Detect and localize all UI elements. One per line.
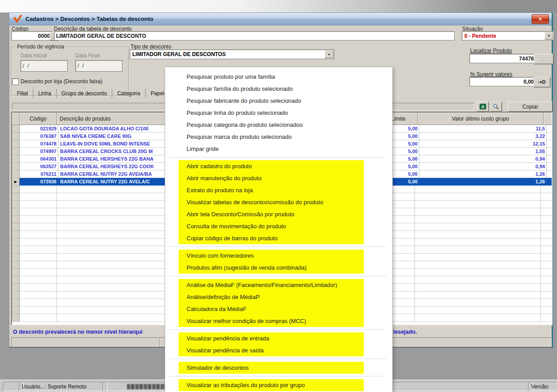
cell-custo[interactable]: 1,55 (419, 148, 547, 155)
row-indicator (12, 133, 20, 140)
empty-cell (541, 186, 553, 193)
menu-item[interactable]: Visualizar tabelas de descontos\comissão… (179, 196, 364, 208)
sugerir-apply-button[interactable]: ➔D (533, 77, 550, 87)
row-indicator (12, 261, 20, 269)
empty-cell (415, 238, 541, 246)
row-indicator (12, 163, 20, 170)
header-custo[interactable]: Valor último custo grupo (418, 113, 544, 125)
menu-item[interactable]: Visualizar pendência de saída (179, 344, 364, 356)
empty-cell (415, 223, 541, 231)
empty-cell (541, 201, 553, 208)
empty-cell (541, 291, 553, 299)
versao-text: Versão: (531, 384, 549, 390)
tab-linha[interactable]: Linha (33, 89, 57, 98)
menu-item[interactable]: Abrir manutenção do produto (179, 172, 364, 184)
empty-cell (541, 314, 553, 322)
menu-item[interactable]: Visualizar pendência de entrada (179, 332, 364, 344)
menu-item[interactable]: Simulador de descontos (179, 362, 364, 374)
menu-item[interactable]: Copiar código de barras do produto (179, 232, 364, 244)
empty-cell (415, 254, 541, 261)
sugerir-valores-field[interactable]: 0,00 (469, 77, 536, 86)
close-button[interactable]: ✕ (532, 14, 549, 24)
empty-cell (20, 314, 57, 322)
copiar-button[interactable]: Copiar (508, 101, 553, 112)
menu-separator (170, 155, 386, 160)
context-menu: Pesquisar produto por uma famíliaPesquis… (165, 67, 393, 392)
menu-group-highlighted: Abrir cadastro do produtoAbrir manutençã… (179, 160, 364, 244)
cell-custo[interactable]: 1,26 (419, 170, 547, 178)
menu-item[interactable]: Produtos afim (sugestão de venda combina… (179, 262, 364, 274)
app-logo-icon (13, 15, 22, 23)
menu-item[interactable]: Limpar gride (179, 143, 364, 155)
tab-grupo-de-desconto[interactable]: Grupo de desconto (57, 89, 112, 98)
cell-extra (547, 140, 553, 148)
row-indicator (12, 170, 20, 178)
row-indicator (12, 193, 20, 201)
empty-cell (415, 201, 541, 208)
cell-custo[interactable]: 3,22 (419, 133, 547, 140)
empty-cell (541, 193, 553, 201)
cell-codigo[interactable]: 074997 (20, 148, 58, 155)
desconto-loja-checkbox[interactable] (12, 78, 19, 85)
menu-item[interactable]: Análise/definição de MédiaP (179, 291, 364, 303)
cell-codigo[interactable]: 076211 (20, 170, 58, 178)
empty-cell (541, 246, 553, 254)
situacao-combobox[interactable]: 0 - Pendente ▼ (462, 31, 554, 40)
menu-item[interactable]: Pesquisar categoria do produto seleciona… (179, 119, 364, 131)
tab-categoria[interactable]: Categoria (112, 89, 146, 98)
cell-custo[interactable]: 1,26 (419, 178, 547, 186)
menu-item[interactable]: Abrir cadastro do produto (179, 160, 364, 172)
empty-cell (541, 231, 553, 238)
descricao-field[interactable]: LIMITADOR GERAL DE DESCONTO (54, 31, 455, 40)
empty-cell (415, 246, 541, 254)
desktop-background (0, 0, 557, 12)
menu-item[interactable]: Pesquisar fabricante do produto selecion… (179, 95, 364, 107)
data-final-field[interactable]: / / (75, 60, 122, 72)
cell-custo[interactable]: 0,94 (419, 163, 547, 170)
empty-cell (541, 254, 553, 261)
row-indicator (12, 254, 20, 261)
cell-codigo[interactable]: 021929 (20, 125, 58, 133)
tipo-dropdown-button[interactable]: ▼ (325, 50, 333, 58)
cell-extra (547, 163, 553, 170)
header-codigo[interactable]: Código (20, 113, 57, 125)
statusbar-user-cell: Usuário...: Suporte Remoto (19, 382, 108, 391)
menu-item[interactable]: Consulta de movimentação do produto (179, 220, 364, 232)
empty-cell (415, 216, 541, 223)
periodo-groupbox: Período de vigência Data Inicial Data Fi… (11, 47, 129, 96)
menu-item[interactable]: Pesquisar produto por uma família (179, 71, 364, 83)
menu-item[interactable]: Pesquisar marca do produto selecionado (179, 131, 364, 143)
menu-item[interactable]: Visualizar melhor condição de compras (M… (179, 315, 364, 327)
menu-item[interactable]: Pesquisar linha do produto selecionado (179, 107, 364, 119)
menu-item[interactable]: Extrato do produto na loja (179, 184, 364, 196)
cell-custo[interactable]: 0,94 (419, 155, 547, 163)
menu-item[interactable]: Abrir tela Desconto/Comissão por produto (179, 208, 364, 220)
localizar-browse-button[interactable]: ... (534, 54, 553, 64)
menu-item[interactable]: Análise da MédiaF (Faceamento/Financiame… (179, 279, 364, 291)
cell-codigo[interactable]: 063527 (20, 163, 58, 170)
export-excel-button[interactable]: X (477, 101, 489, 112)
row-indicator (12, 155, 20, 163)
cell-custo[interactable]: 11,5 (419, 125, 547, 133)
menu-item[interactable]: Visualizar as tributações do produto por… (179, 379, 364, 391)
menu-item[interactable]: Pesquisar família do produto selecionado (179, 83, 364, 95)
menu-item[interactable]: Calculadora da MédiaF (179, 303, 364, 315)
data-inicial-field[interactable]: / / (20, 60, 68, 72)
cell-custo[interactable]: 12,15 (419, 140, 547, 148)
menu-item[interactable]: Vínculo com fornecedores (179, 250, 364, 262)
localizar-produto-field[interactable]: 74478 (469, 54, 536, 63)
search-button[interactable] (490, 101, 502, 112)
cell-codigo[interactable]: 074478 (20, 140, 58, 148)
situacao-dropdown-button[interactable]: ▼ (545, 32, 553, 40)
localizar-produto-label: Localizar Produto (470, 48, 512, 54)
cell-extra (547, 178, 553, 186)
codigo-field[interactable]: 0000 (11, 31, 52, 40)
cell-codigo[interactable]: 064301 (20, 155, 58, 163)
menu-group-highlighted: Vínculo com fornecedoresProdutos afim (s… (179, 250, 364, 274)
window-title: Cadastros > Descontos > Tabelas de desco… (25, 16, 153, 22)
empty-cell (415, 193, 541, 201)
tipo-desconto-combobox[interactable]: LIMITADOR GERAL DE DESCONTOS ▼ (130, 49, 334, 59)
tab-filial[interactable]: Filial (12, 89, 33, 98)
cell-codigo[interactable]: 076387 (20, 133, 58, 140)
cell-codigo[interactable]: 073936 (20, 178, 58, 186)
